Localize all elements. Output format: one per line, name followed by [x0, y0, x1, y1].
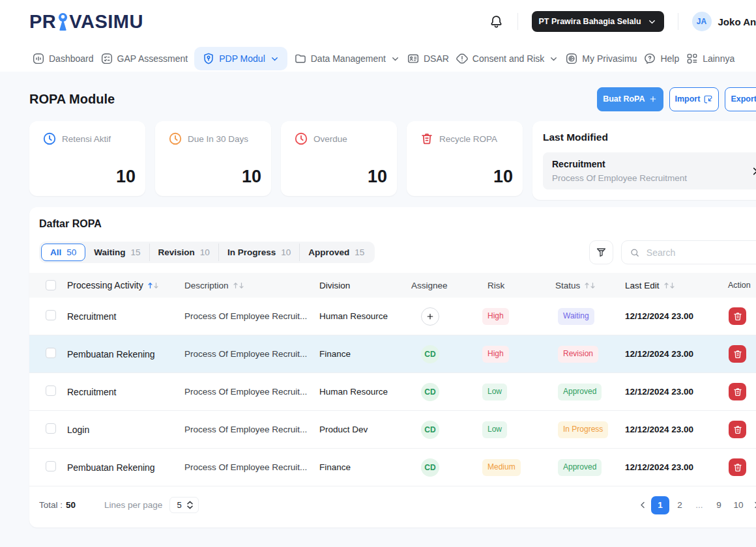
company-selector[interactable]: PT Prawira Bahagia Selalu — [532, 11, 664, 32]
table-row[interactable]: Recruitment Process Of Employee Recruit.… — [29, 298, 756, 335]
nav-item-gap-assessment[interactable]: GAP Assessment — [100, 47, 188, 70]
page-button-1[interactable]: 1 — [651, 496, 669, 514]
cell-status: In Progress — [551, 421, 620, 438]
stat-card-head: Due In 30 Days — [168, 132, 261, 146]
column-header-division[interactable]: Division — [316, 281, 409, 290]
total-value: 50 — [66, 500, 76, 510]
status-tab[interactable]: Revision 10 — [149, 244, 218, 261]
stat-card-head: Recycle ROPA — [420, 132, 513, 146]
import-button[interactable]: Import — [669, 87, 720, 111]
nav-item-my-privasimu[interactable]: My Privasimu — [565, 47, 637, 70]
page-button-2[interactable]: 2 — [671, 496, 689, 514]
tab-count: 50 — [66, 247, 76, 257]
column-header-assignee[interactable]: Assignee — [409, 281, 482, 290]
column-header-processing-activity[interactable]: Processing Activity — [62, 280, 182, 290]
create-ropa-button[interactable]: Buat RoPA — [597, 87, 663, 111]
nav-label: Help — [660, 53, 679, 64]
tab-count: 10 — [281, 247, 291, 257]
cell-last-edit: 12/12/2024 23.00 — [620, 311, 725, 321]
column-label: Division — [319, 281, 350, 290]
nav-item-consent-and-risk[interactable]: Consent and Risk — [456, 47, 559, 70]
cell-action — [725, 458, 756, 476]
checklist-icon — [100, 52, 113, 65]
nav-item-dsar[interactable]: DSAR — [407, 47, 449, 70]
cell-risk: Medium — [482, 459, 551, 476]
cell-action — [725, 383, 756, 400]
chevron-down-icon — [549, 54, 559, 64]
chevron-down-icon — [270, 54, 280, 64]
row-checkbox[interactable] — [46, 310, 56, 320]
status-tab[interactable]: In Progress 10 — [218, 244, 299, 261]
tab-label: Revision — [158, 247, 195, 257]
nav-item-help[interactable]: Help — [643, 47, 679, 70]
cell-assignee: CD — [409, 383, 482, 401]
delete-row-button[interactable] — [729, 383, 746, 400]
chevron-down-icon — [647, 17, 657, 27]
trash-icon — [733, 349, 743, 359]
column-header-status[interactable]: Status — [551, 281, 620, 290]
row-checkbox[interactable] — [46, 423, 56, 434]
column-header-risk[interactable]: Risk — [482, 281, 551, 290]
tab-label: Approved — [308, 247, 349, 257]
status-tab[interactable]: Approved 15 — [299, 244, 373, 261]
sort-icon — [233, 281, 244, 290]
sort-icon — [584, 281, 596, 290]
stat-value: 10 — [368, 167, 387, 187]
select-all-checkbox[interactable] — [46, 280, 56, 290]
page-button-10[interactable]: 10 — [729, 496, 748, 514]
cell-description: Process Of Employee Recruit... — [182, 462, 316, 472]
toolbar-right — [589, 240, 756, 264]
delete-row-button[interactable] — [729, 458, 746, 476]
chevron-right-icon[interactable] — [749, 165, 756, 176]
row-checkbox[interactable] — [46, 348, 56, 358]
cell-description: Process Of Employee Recruit... — [182, 425, 316, 434]
status-tab[interactable]: All 50 — [41, 244, 85, 261]
cell-status: Revision — [551, 346, 620, 363]
nav-item-pdp-modul[interactable]: PDP Modul — [194, 47, 287, 70]
stat-value: 10 — [116, 167, 136, 187]
add-assignee-button[interactable] — [421, 307, 439, 326]
page-button-9[interactable]: 9 — [710, 496, 728, 514]
status-tab[interactable]: Waiting 15 — [85, 244, 149, 261]
table-row[interactable]: Pembuatan Rekening Process Of Employee R… — [29, 335, 756, 373]
column-header-action: Action — [725, 281, 756, 290]
plus-icon — [426, 312, 435, 321]
filter-button[interactable] — [589, 240, 613, 264]
search-input[interactable] — [647, 247, 756, 258]
status-badge: Approved — [558, 384, 602, 400]
status-tabs: All 50 Waiting 15 Revision 10 In Pr — [39, 242, 375, 263]
nav-label: My Privasimu — [582, 53, 637, 64]
stat-value: 10 — [493, 167, 513, 187]
cell-risk: Low — [482, 384, 551, 400]
stat-label: Overdue — [313, 134, 347, 144]
notifications-button[interactable] — [489, 14, 504, 29]
last-modified-item[interactable]: Recruitment Process Of Employee Recruitm… — [543, 152, 756, 189]
cell-last-edit: 12/12/2024 23.00 — [620, 462, 725, 472]
table-header-row: Processing Activity Description Division — [29, 273, 756, 298]
export-button[interactable]: Export — [725, 87, 756, 111]
previous-page-button[interactable] — [635, 499, 650, 511]
column-header-description[interactable]: Description — [182, 281, 316, 290]
row-checkbox[interactable] — [46, 386, 56, 396]
column-header-last-edit[interactable]: Last Edit — [620, 281, 725, 290]
column-label: Last Edit — [625, 281, 660, 290]
delete-row-button[interactable] — [729, 345, 746, 363]
stat-icon — [294, 132, 308, 146]
lines-per-page-stepper[interactable]: 5 — [169, 497, 198, 513]
folder-icon — [294, 52, 307, 65]
delete-row-button[interactable] — [729, 421, 746, 438]
delete-row-button[interactable] — [729, 307, 746, 325]
nav-item-lainnya[interactable]: Lainnya — [686, 47, 734, 70]
next-page-button[interactable] — [749, 499, 756, 511]
table-row[interactable]: Login Process Of Employee Recruit... Pro… — [29, 411, 756, 449]
table-row[interactable]: Pembuatan Rekening Process Of Employee R… — [29, 449, 756, 486]
nav-item-data-management[interactable]: Data Management — [294, 47, 400, 70]
row-checkbox[interactable] — [46, 461, 56, 471]
nav-item-dashboard[interactable]: Dashboard — [32, 47, 94, 70]
funnel-icon — [595, 246, 607, 259]
avatar[interactable]: JA — [692, 12, 712, 31]
tab-count: 15 — [355, 247, 364, 257]
table-row[interactable]: Recruitment Process Of Employee Recruit.… — [29, 373, 756, 411]
page-header: ROPA Module Buat RoPA Import Export — [29, 87, 756, 111]
topbar-divider — [678, 13, 678, 30]
